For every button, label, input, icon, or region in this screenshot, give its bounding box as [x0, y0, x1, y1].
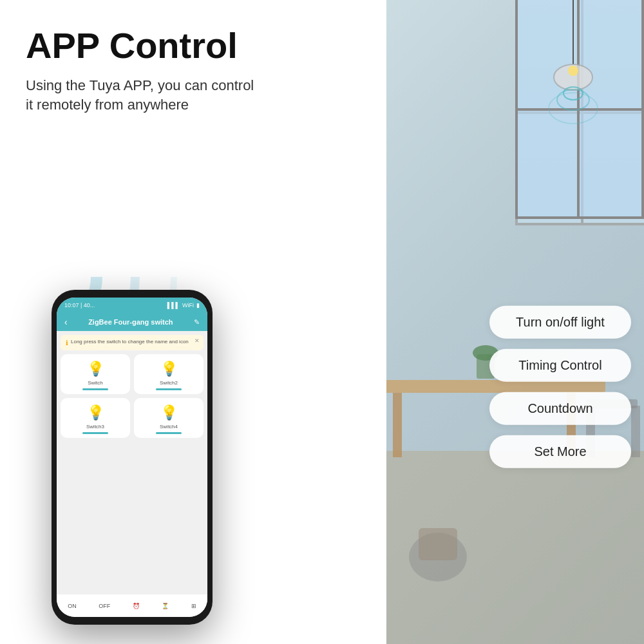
nav-off[interactable]: OFF: [99, 603, 110, 609]
info-text: Long press the switch to change the name…: [71, 339, 198, 345]
status-right: ▌▌▌ WiFi ▮: [167, 302, 200, 308]
timer-icon: ⏰: [133, 603, 140, 609]
phone-body: 10:07 | 40... ▌▌▌ WiFi ▮ ‹ ZigBee Four-g…: [52, 290, 213, 625]
grid-icon: ⊞: [191, 603, 196, 609]
switch-name-2: Switch2: [160, 380, 178, 386]
switch-card-4[interactable]: 💡 Switch4: [134, 398, 204, 438]
feature-label-2: Timing Control: [518, 358, 601, 372]
nav-grid[interactable]: ⊞: [191, 603, 196, 609]
svg-rect-18: [393, 393, 402, 457]
phone-mockup: 10:07 | 40... ▌▌▌ WiFi ▮ ‹ ZigBee Four-g…: [52, 290, 213, 625]
info-icon: ℹ: [66, 339, 68, 346]
feature-pill-4: Set More: [489, 435, 631, 468]
bulb-icon-2: 💡: [160, 361, 178, 377]
bulb-icon-1: 💡: [87, 361, 104, 377]
app-title: ZigBee Four-gang switch: [88, 318, 173, 326]
right-panel: Turn on/off light Timing Control Countdo…: [386, 0, 644, 644]
nav-timer[interactable]: ⏰: [133, 603, 140, 609]
info-banner: ℹ Long press the switch to change the na…: [61, 335, 204, 350]
app-header: ‹ ZigBee Four-gang switch ✎: [57, 313, 207, 331]
feature-label-3: Countdown: [527, 401, 592, 415]
switch-card-1[interactable]: 💡 Switch: [61, 354, 130, 394]
switch-name-3: Switch3: [86, 424, 104, 430]
svg-point-0: [26, 225, 97, 296]
feature-label-1: Turn on/off light: [516, 315, 605, 329]
nav-off-label: OFF: [99, 603, 110, 609]
switch-name-4: Switch4: [160, 424, 178, 430]
svg-point-2: [26, 148, 174, 296]
status-time: 10:07 | 40...: [64, 302, 95, 308]
back-button[interactable]: ‹: [64, 317, 68, 327]
switch-name-1: Switch: [88, 380, 103, 386]
bottom-nav: ON OFF ⏰ ⏳ ⊞: [57, 594, 207, 617]
switch-card-2[interactable]: 💡 Switch2: [134, 354, 204, 394]
feature-pill-2: Timing Control: [489, 349, 631, 382]
subtitle-line2: it remotely from anywhere: [26, 97, 189, 113]
switch-bar-3: [82, 432, 108, 434]
svg-point-13: [568, 66, 578, 76]
text-area: APP Control Using the Tuya APP, you can …: [0, 0, 386, 115]
feature-pills: Turn on/off light Timing Control Countdo…: [489, 306, 631, 468]
phone-screen: 10:07 | 40... ▌▌▌ WiFi ▮ ‹ ZigBee Four-g…: [57, 298, 207, 617]
subtitle-line1: Using the Tuya APP, you can control: [26, 77, 254, 93]
bulb-icon-4: 💡: [160, 404, 178, 421]
svg-rect-21: [631, 406, 640, 457]
left-panel: APP Control Using the Tuya APP, you can …: [0, 0, 386, 644]
main-title: APP Control: [26, 26, 367, 66]
hourglass-icon: ⏳: [162, 603, 169, 609]
edit-button[interactable]: ✎: [194, 318, 200, 327]
nav-hourglass[interactable]: ⏳: [162, 603, 169, 609]
feature-label-4: Set More: [534, 444, 586, 459]
switch-bar-2: [156, 388, 182, 390]
switch-bar-4: [156, 432, 182, 434]
subtitle: Using the Tuya APP, you can control it r…: [26, 76, 283, 116]
battery-icon: ▮: [196, 302, 200, 308]
main-container: APP Control Using the Tuya APP, you can …: [0, 0, 644, 644]
switch-grid: 💡 Switch 💡 Switch2 💡 Switch3: [61, 354, 204, 438]
feature-pill-3: Countdown: [489, 392, 631, 425]
bulb-icon-3: 💡: [87, 404, 104, 421]
feature-pill-1: Turn on/off light: [489, 306, 631, 339]
wifi-icon: WiFi: [182, 302, 194, 308]
svg-rect-10: [515, 216, 644, 219]
svg-point-1: [26, 187, 135, 296]
switch-bar-1: [82, 388, 108, 390]
nav-on-label: ON: [68, 603, 77, 609]
wifi-arcs: [26, 103, 219, 296]
close-button[interactable]: ✕: [194, 337, 200, 344]
switch-card-3[interactable]: 💡 Switch3: [61, 398, 130, 438]
signal-icon: ▌▌▌: [167, 302, 180, 308]
status-bar: 10:07 | 40... ▌▌▌ WiFi ▮: [57, 298, 207, 313]
svg-rect-26: [419, 528, 457, 560]
nav-on[interactable]: ON: [68, 603, 77, 609]
